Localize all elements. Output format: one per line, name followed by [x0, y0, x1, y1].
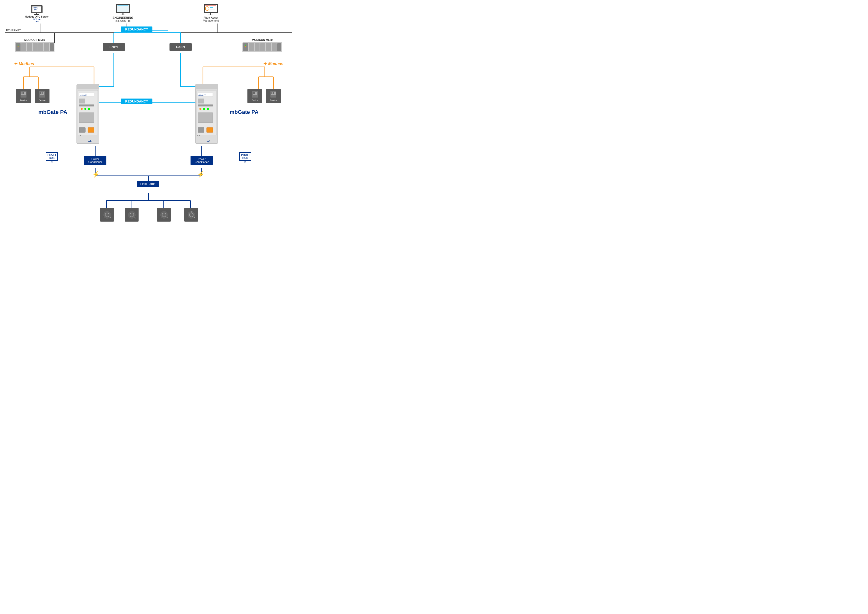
- modicon-right-label: MODICON M580: [252, 38, 273, 41]
- power-conditioner-left: Power Conditioner: [84, 156, 106, 165]
- mbgate-left-device: nbGate PA CE soft: [74, 84, 104, 147]
- engineering-monitor-icon: [116, 4, 130, 16]
- svg-text:OPC: OPC: [34, 9, 37, 11]
- svg-rect-81: [260, 44, 265, 51]
- svg-rect-61: [205, 5, 216, 6]
- mbgate-label-right: mbGate PA: [229, 109, 259, 115]
- svg-point-85: [245, 45, 246, 45]
- field-device-2: [125, 208, 139, 222]
- svg-rect-95: [40, 92, 41, 93]
- mbgate-right-device-svg: nbGate PA CE soft: [193, 84, 223, 146]
- power-cond-right-label: Power Conditioner: [192, 157, 211, 163]
- svg-rect-131: [198, 98, 204, 104]
- svg-rect-97: [42, 92, 43, 93]
- svg-text:OPC UA: OPC UA: [33, 7, 38, 9]
- svg-rect-123: [88, 127, 94, 132]
- svg-text:CE: CE: [79, 135, 81, 137]
- device-left-2: Device: [35, 89, 50, 103]
- svg-rect-65: [210, 13, 211, 15]
- svg-rect-63: [210, 7, 213, 8]
- profibus-right-reg: ®: [245, 161, 246, 163]
- device-left-2-icon: [38, 91, 46, 98]
- lightning-bolt-left: ⚡: [92, 171, 100, 178]
- svg-rect-80: [254, 44, 260, 51]
- ethernet-label: ETHERNET: [6, 29, 21, 32]
- profibus-logo-left: PROFI BUS ®: [46, 152, 57, 163]
- plant-asset-label1: Plant Asset: [203, 16, 218, 19]
- modbus-text-right: Modbus: [268, 62, 283, 66]
- plant-asset-label2: Management: [203, 19, 219, 22]
- svg-rect-84: [277, 44, 281, 51]
- modicon-right: MODICON M580: [242, 38, 282, 53]
- svg-rect-132: [198, 104, 213, 106]
- svg-rect-101: [253, 92, 254, 93]
- svg-rect-116: [79, 98, 85, 104]
- svg-rect-57: [122, 13, 124, 15]
- svg-rect-71: [33, 44, 37, 51]
- profibus-right-label: PROFI BUS: [239, 152, 251, 161]
- router-left: Router: [103, 44, 125, 51]
- svg-rect-121: [79, 113, 94, 123]
- svg-rect-103: [254, 92, 255, 93]
- field-barrier: Field Barrier: [137, 181, 160, 187]
- svg-rect-90: [22, 93, 23, 94]
- svg-rect-122: [79, 127, 85, 132]
- svg-rect-53: [118, 5, 129, 6]
- lightning-bolt-right: ⚡: [197, 171, 205, 178]
- mbgate-label-left: mbGate PA: [38, 109, 67, 115]
- svg-rect-55: [118, 8, 125, 8]
- plant-asset-computer: Plant Asset Management: [203, 4, 219, 22]
- modbus-text-left: Modbus: [19, 62, 34, 66]
- modicon-right-device-icon: [242, 41, 282, 53]
- modbus-opc-computer: OPC UA OPC Modbus OPC Server OPC UA OPC: [25, 5, 49, 23]
- power-cond-left-label: Power Conditioner: [86, 157, 104, 163]
- svg-rect-138: [207, 127, 213, 132]
- svg-rect-98: [42, 93, 43, 94]
- svg-rect-50: [34, 14, 39, 15]
- router-right: Router: [169, 44, 192, 51]
- svg-rect-109: [273, 92, 274, 93]
- profibus-logo-right: PROFI BUS ®: [239, 152, 251, 163]
- svg-rect-137: [198, 127, 204, 132]
- svg-point-86: [245, 46, 246, 47]
- modbus-logo-left: ✦ Modbus: [14, 61, 34, 67]
- field-device-3-icon: [159, 210, 169, 220]
- modbus-opc-monitor-icon: OPC UA OPC: [31, 5, 43, 15]
- svg-rect-70: [27, 44, 32, 51]
- svg-point-120: [88, 108, 90, 110]
- svg-text:CE: CE: [197, 135, 200, 137]
- svg-text:soft: soft: [88, 140, 91, 142]
- svg-rect-117: [79, 104, 94, 106]
- svg-rect-79: [249, 44, 254, 51]
- redundancy-banner-middle: REDUNDANCY: [121, 98, 152, 104]
- svg-rect-49: [36, 13, 37, 14]
- svg-point-133: [200, 108, 202, 110]
- device-left-1-label: Device: [18, 99, 29, 101]
- engineering-label1: ENGINEERING: [113, 16, 133, 20]
- svg-point-76: [17, 46, 19, 47]
- modicon-left-device-icon: [15, 41, 54, 53]
- svg-rect-69: [21, 44, 26, 51]
- engineering-computer: ENGINEERING e.g. Unity Pro: [113, 4, 133, 22]
- svg-rect-89: [22, 92, 23, 93]
- svg-rect-108: [271, 93, 273, 94]
- modbus-star-left: ✦: [14, 61, 18, 67]
- svg-text:soft: soft: [207, 140, 210, 142]
- svg-rect-127: [195, 84, 218, 89]
- field-device-3: [157, 208, 171, 222]
- svg-rect-83: [272, 44, 277, 51]
- field-device-1: [100, 208, 114, 222]
- modbus-star-right: ✦: [263, 61, 268, 67]
- device-left-1-icon: [20, 91, 27, 98]
- svg-rect-96: [40, 93, 41, 94]
- svg-point-135: [207, 108, 209, 110]
- svg-rect-92: [23, 93, 24, 94]
- svg-rect-82: [266, 44, 271, 51]
- device-right-2: Device: [266, 89, 281, 103]
- field-device-1-icon: [102, 210, 112, 220]
- svg-rect-110: [273, 93, 274, 94]
- svg-point-75: [17, 45, 19, 45]
- field-device-4-icon: [186, 210, 196, 220]
- svg-point-119: [84, 108, 86, 110]
- device-right-1-label: Device: [250, 99, 260, 101]
